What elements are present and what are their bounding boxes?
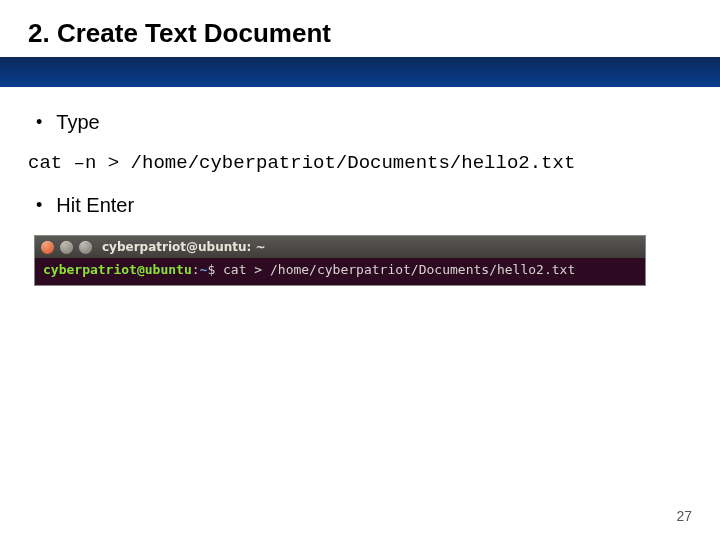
slide: 2. Create Text Document • Type cat –n > … <box>0 0 720 540</box>
command-text: cat –n > /home/cyberpatriot/Documents/he… <box>28 152 692 174</box>
close-icon[interactable] <box>41 241 54 254</box>
bullet-text: Hit Enter <box>56 194 134 217</box>
maximize-icon[interactable] <box>79 241 92 254</box>
terminal-body[interactable]: cyberpatriot@ubuntu:~$ cat > /home/cyber… <box>35 258 645 285</box>
minimize-icon[interactable] <box>60 241 73 254</box>
bullet-text: Type <box>56 111 99 134</box>
terminal-titlebar: cyberpatriot@ubuntu: ~ <box>35 236 645 258</box>
bullet-dot-icon: • <box>36 113 42 131</box>
prompt-colon: : <box>192 262 200 277</box>
terminal-screenshot: cyberpatriot@ubuntu: ~ cyberpatriot@ubun… <box>28 235 692 286</box>
content: • Type cat –n > /home/cyberpatriot/Docum… <box>0 87 720 286</box>
terminal-title: cyberpatriot@ubuntu: ~ <box>102 240 266 254</box>
bullet-item: • Type <box>28 111 692 134</box>
title-block: 2. Create Text Document <box>0 0 720 57</box>
terminal-window: cyberpatriot@ubuntu: ~ cyberpatriot@ubun… <box>34 235 646 286</box>
bullet-item: • Hit Enter <box>28 194 692 217</box>
terminal-command: cat > /home/cyberpatriot/Documents/hello… <box>223 262 575 277</box>
prompt-symbol: $ <box>207 262 215 277</box>
page-number: 27 <box>676 508 692 524</box>
prompt-user: cyberpatriot@ubuntu <box>43 262 192 277</box>
header-bar <box>0 57 720 87</box>
slide-title: 2. Create Text Document <box>28 18 692 49</box>
bullet-dot-icon: • <box>36 196 42 214</box>
